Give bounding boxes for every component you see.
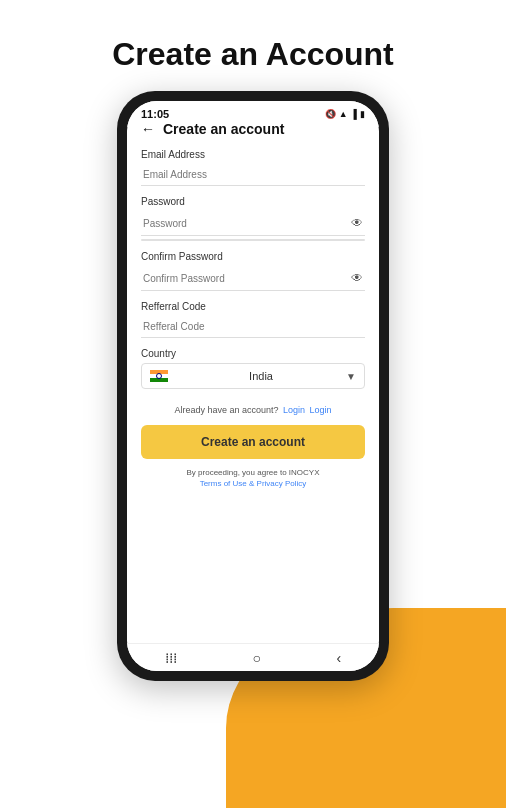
phone-screen: 11:05 🔇 ▲ ▐ ▮ ← Create an account Email … <box>127 101 379 671</box>
signal-icon: ▐ <box>351 109 357 119</box>
password-input[interactable] <box>143 218 351 229</box>
terms-link[interactable]: Terms of Use & Privacy Policy <box>200 479 307 488</box>
referral-group: Refferral Code <box>141 301 365 338</box>
already-account-row: Already have an account? Login Login <box>174 399 331 417</box>
confirm-password-input-row: 👁 <box>141 266 365 291</box>
referral-input[interactable] <box>141 316 365 338</box>
terms-line1: By proceeding, you agree to INOCYX <box>187 468 320 477</box>
wifi-icon: ▲ <box>339 109 348 119</box>
login-link[interactable]: Login <box>283 405 305 415</box>
battery-icon: ▮ <box>360 109 365 119</box>
nav-home-icon[interactable]: ○ <box>252 650 260 666</box>
country-label: Country <box>141 348 365 359</box>
password-toggle-icon[interactable]: 👁 <box>351 216 363 230</box>
password-label: Password <box>141 196 365 207</box>
screen-title: Create an account <box>163 121 284 137</box>
india-flag-icon <box>150 370 168 382</box>
back-button[interactable]: ← <box>141 121 155 137</box>
mute-icon: 🔇 <box>325 109 336 119</box>
country-dropdown-icon: ▼ <box>346 371 356 382</box>
referral-label: Refferral Code <box>141 301 365 312</box>
confirm-password-input[interactable] <box>143 273 351 284</box>
confirm-password-group: Confirm Password 👁 <box>141 251 365 291</box>
scene: 11:05 🔇 ▲ ▐ ▮ ← Create an account Email … <box>0 91 506 808</box>
footer-section: Already have an account? Login Login Cre… <box>141 399 365 489</box>
screen-header: ← Create an account <box>141 119 365 137</box>
phone: 11:05 🔇 ▲ ▐ ▮ ← Create an account Email … <box>117 91 389 681</box>
email-input[interactable] <box>141 164 365 186</box>
confirm-password-toggle-icon[interactable]: 👁 <box>351 271 363 285</box>
email-label: Email Address <box>141 149 365 160</box>
nav-menu-icon[interactable]: ⁞⁞⁞ <box>165 650 177 666</box>
terms-text: By proceeding, you agree to INOCYX Terms… <box>187 467 320 489</box>
password-strength-bar <box>141 239 365 241</box>
country-value: India <box>176 370 346 382</box>
login-link-label[interactable]: Login <box>309 405 331 415</box>
screen-content: ← Create an account Email Address Passwo… <box>127 119 379 643</box>
country-selector[interactable]: India ▼ <box>141 363 365 389</box>
password-group: Password 👁 <box>141 196 365 241</box>
nav-back-icon[interactable]: ‹ <box>336 650 341 666</box>
create-account-button[interactable]: Create an account <box>141 425 365 459</box>
already-text: Already have an account? <box>174 405 278 415</box>
nav-bar: ⁞⁞⁞ ○ ‹ <box>127 643 379 671</box>
status-icons: 🔇 ▲ ▐ ▮ <box>325 109 365 119</box>
password-input-row: 👁 <box>141 211 365 236</box>
email-group: Email Address <box>141 149 365 186</box>
page-title: Create an Account <box>112 36 394 73</box>
confirm-password-label: Confirm Password <box>141 251 365 262</box>
country-group: Country India ▼ <box>141 348 365 389</box>
